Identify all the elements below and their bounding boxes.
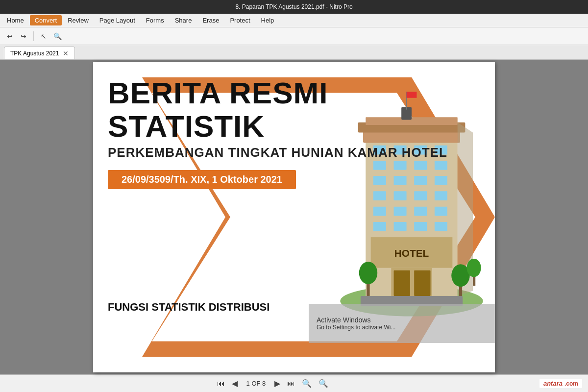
undo-button[interactable]: ↩	[4, 30, 16, 42]
svg-text:HOTEL: HOTEL	[394, 247, 429, 259]
svg-point-46	[467, 259, 481, 277]
activate-line-2: Go to Settings to activate Wi...	[317, 324, 395, 331]
prev-page-button[interactable]: ◀	[230, 378, 240, 389]
zoom-in-button[interactable]: 🔍	[317, 378, 330, 389]
menu-convert[interactable]: Convert	[30, 15, 62, 25]
svg-rect-38	[394, 270, 410, 296]
svg-rect-32	[394, 222, 407, 231]
menu-bar: Home Convert Review Page Layout Forms Sh…	[0, 14, 588, 27]
pdf-title-sub: PERKEMBANGAN TINGKAT HUNIAN KAMAR HOTEL	[108, 145, 480, 160]
menu-share[interactable]: Share	[170, 15, 197, 25]
menu-erase[interactable]: Erase	[197, 15, 224, 25]
menu-help[interactable]: Help	[256, 15, 279, 25]
pdf-viewer: BERITA RESMI STATISTIK PERKEMBANGAN TING…	[93, 62, 495, 372]
menu-page-layout[interactable]: Page Layout	[95, 15, 140, 25]
tab-tpk-agustus[interactable]: TPK Agustus 2021 ✕	[4, 47, 75, 59]
menu-protect[interactable]: Protect	[225, 15, 255, 25]
content-area: BERITA RESMI STATISTIK PERKEMBANGAN TING…	[0, 60, 588, 374]
activate-line-1: Activate Windows	[317, 316, 370, 324]
last-page-button[interactable]: ⏭	[285, 378, 297, 389]
menu-forms[interactable]: Forms	[141, 15, 169, 25]
zoom-button[interactable]: 🔍	[51, 30, 63, 42]
zoom-out-button[interactable]: 🔍	[300, 378, 314, 389]
menu-home[interactable]: Home	[2, 15, 29, 25]
menu-review[interactable]: Review	[63, 15, 94, 25]
antara-logo-status: antara .com	[539, 379, 582, 388]
toolbar: ↩ ↪ ↖ 🔍	[0, 27, 588, 45]
next-page-button[interactable]: ▶	[272, 378, 282, 389]
antara-com-text: .com	[564, 380, 578, 387]
pdf-date-badge: 26/09/3509/Th. XIX, 1 Oktober 2021	[108, 170, 296, 189]
title-bar: 8. Paparan TPK Agustus 2021.pdf - Nitro …	[0, 0, 588, 14]
bottom-bar: ⏮ ◀ 1 OF 8 ▶ ⏭ 🔍 🔍 antara .com	[0, 374, 588, 392]
cursor-button[interactable]: ↖	[38, 30, 49, 42]
pdf-title-main: BERITA RESMI STATISTIK	[108, 76, 480, 143]
svg-rect-39	[414, 270, 430, 296]
svg-rect-33	[414, 222, 427, 231]
title-bar-text: 8. Paparan TPK Agustus 2021.pdf - Nitro …	[235, 3, 352, 10]
svg-rect-34	[435, 222, 447, 231]
tab-bar: TPK Agustus 2021 ✕	[0, 45, 588, 60]
navigation-controls: ⏮ ◀ 1 OF 8 ▶ ⏭ 🔍 🔍	[6, 378, 539, 389]
redo-button[interactable]: ↪	[18, 30, 29, 42]
antara-logo-text: antara	[543, 380, 563, 387]
tab-close-button[interactable]: ✕	[63, 50, 69, 57]
first-page-button[interactable]: ⏮	[215, 378, 227, 389]
svg-rect-31	[373, 222, 386, 231]
toolbar-separator-1	[33, 31, 34, 41]
tab-label: TPK Agustus 2021	[10, 50, 59, 57]
pdf-bottom-label: FUNGSI STATISTIK DISTRIBUSI	[108, 301, 270, 314]
activate-windows-overlay: Activate Windows Go to Settings to activ…	[309, 304, 495, 343]
svg-point-42	[359, 262, 378, 284]
page-indicator: 1 OF 8	[243, 380, 270, 387]
